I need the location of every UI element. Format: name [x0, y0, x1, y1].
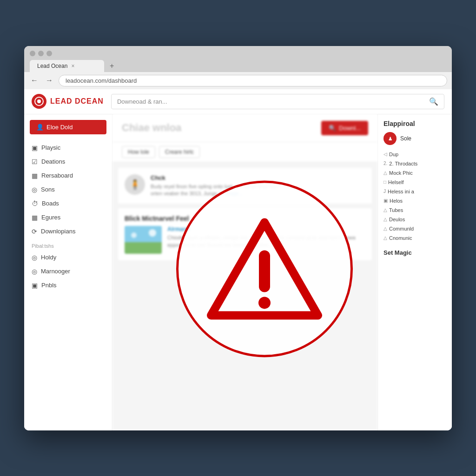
sidebar-label-egures: Egures: [41, 214, 60, 221]
user-icon: 👤: [36, 124, 44, 131]
egures-icon: ▦: [32, 214, 38, 221]
rs-item-mock[interactable]: △ Mock Phic: [383, 168, 446, 178]
svg-point-1: [37, 99, 41, 103]
sidebar-item-marnooger[interactable]: ◎ Marnooger: [24, 264, 112, 278]
right-sidebar-profile: ♟ Sole: [383, 132, 446, 145]
sidebar-item-pnbls[interactable]: ▣ Pnbls: [24, 278, 112, 292]
app-body: 👤 Eloe Dold ▣ Playsic ☑ Deations ▦ Rersa…: [24, 114, 452, 430]
rs-item-helself[interactable]: □ Helself: [383, 178, 446, 187]
logo-text: LEAD DCEAN: [50, 97, 104, 106]
boads-icon: ⏱: [32, 200, 38, 207]
download-button[interactable]: 🔍 Downl...: [321, 121, 368, 135]
sidebar-item-playsic[interactable]: ▣ Playsic: [24, 141, 112, 155]
warning-triangle-svg: [204, 215, 325, 322]
svg-rect-3: [125, 242, 162, 254]
rs-item-communld[interactable]: △ Communld: [383, 224, 446, 233]
browser-tabs: Lead Ocean × +: [30, 60, 446, 72]
browser-tab-active[interactable]: Lead Ocean ×: [30, 60, 104, 72]
pnbls-icon: ▣: [32, 282, 38, 289]
sidebar-item-sons[interactable]: ◎ Sons: [24, 183, 112, 197]
svg-point-4: [149, 229, 156, 237]
sidebar-item-boads[interactable]: ⏱ Boads: [24, 197, 112, 211]
address-bar[interactable]: leadocean.com/dashboard: [59, 75, 447, 86]
browser-content: LEAD DCEAN Downeoad & ran... 🔍 👤 Eloe Do…: [24, 89, 452, 430]
content-tabs: How lole Creare hirlc: [112, 142, 377, 162]
rs-profile-name: Sole: [400, 135, 411, 142]
rs-item-helos[interactable]: ▣ Helos: [383, 196, 446, 205]
article-1-avatar: 🧍: [125, 174, 145, 195]
svg-text:♟: ♟: [388, 136, 392, 141]
rs-icon-helos: ▣: [383, 198, 388, 203]
tab-creare-hirlc[interactable]: Creare hirlc: [159, 146, 200, 158]
svg-point-10: [258, 297, 271, 309]
browser-toolbar: ← → leadocean.com/dashboard: [24, 72, 452, 89]
logo: LEAD DCEAN: [32, 94, 104, 109]
dot-green: [46, 51, 52, 56]
article-2-image: [125, 226, 162, 254]
logo-icon: [32, 94, 46, 109]
rs-avatar: ♟: [383, 132, 397, 145]
rs-icon-deulos: △: [383, 217, 387, 222]
sidebar: 👤 Eloe Dold ▣ Playsic ☑ Deations ▦ Rersa…: [24, 114, 112, 430]
right-sidebar-title: Elappiroal: [383, 120, 446, 127]
user-profile-btn[interactable]: 👤 Eloe Dold: [30, 120, 106, 134]
rs-icon-throdacts: 2.: [383, 161, 387, 166]
sidebar-label-rersaboard: Rersaboard: [41, 172, 73, 179]
sidebar-label-boads: Boads: [42, 200, 59, 207]
rs-item-deulos[interactable]: △ Deulos: [383, 215, 446, 224]
forward-btn[interactable]: →: [44, 75, 55, 86]
download-btn-label: Downl...: [339, 125, 361, 132]
search-icon[interactable]: 🔍: [429, 97, 438, 106]
dot-yellow: [38, 51, 44, 56]
warning-overlay: [176, 180, 353, 357]
content-title: Chiae wnloa: [122, 122, 181, 134]
user-name: Eloe Dold: [46, 124, 73, 131]
sidebar-section-label: Pibal:tshs: [24, 238, 112, 251]
sidebar-item-holdy[interactable]: ◎ Holdy: [24, 251, 112, 264]
svg-point-5: [131, 232, 137, 238]
address-text: leadocean.com/dashboard: [66, 77, 137, 84]
rs-item-cnomunic[interactable]: △ Cnomunic: [383, 233, 446, 243]
sidebar-item-rersaboard[interactable]: ▦ Rersaboard: [24, 169, 112, 183]
search-placeholder: Downeoad & ran...: [117, 98, 167, 105]
rs-item-throdacts[interactable]: 2. 2. Throdacts: [383, 159, 446, 168]
content-header: Chiae wnloa 🔍 Downl...: [112, 114, 377, 142]
browser-window: Lead Ocean × + ← → leadocean.com/dashboa…: [24, 46, 452, 430]
rs-icon-helself: □: [383, 179, 386, 185]
new-tab-btn[interactable]: +: [106, 60, 118, 72]
sidebar-label-pnbls: Pnbls: [41, 282, 57, 289]
marnooger-icon: ◎: [32, 268, 37, 275]
rs-icon-mock: △: [383, 170, 387, 175]
svg-rect-9: [259, 250, 270, 292]
tab-close-btn[interactable]: ×: [71, 63, 74, 69]
back-btn[interactable]: ←: [29, 75, 40, 86]
rs-item-heless[interactable]: J Heless ini a: [383, 187, 446, 196]
browser-chrome: Lead Ocean × +: [24, 46, 452, 72]
rs-item-tubes[interactable]: △ Tubes: [383, 205, 446, 215]
rs-icon-heless: J: [383, 189, 386, 194]
sidebar-item-egures[interactable]: ▦ Egures: [24, 211, 112, 225]
tab-how-lole[interactable]: How lole: [122, 146, 155, 158]
sidebar-item-downlopians[interactable]: ⟳ Downlopians: [24, 225, 112, 238]
dot-red: [30, 51, 35, 56]
sidebar-item-deations[interactable]: ☑ Deations: [24, 155, 112, 169]
browser-dots: [30, 51, 446, 56]
playsic-icon: ▣: [32, 144, 38, 152]
sidebar-label-holdy: Holdy: [41, 254, 56, 261]
rs-icon-tubes: △: [383, 207, 387, 212]
holdy-icon: ◎: [32, 254, 37, 261]
warning-circle: [176, 180, 353, 357]
rs-section-2-title: Set Magic: [383, 249, 446, 256]
downlopians-icon: ⟳: [32, 228, 37, 235]
tab-title: Lead Ocean: [37, 63, 67, 69]
sons-icon: ◎: [32, 186, 37, 193]
rs-item-dup[interactable]: ◁ Dup: [383, 150, 446, 159]
download-icon: 🔍: [329, 125, 336, 132]
sidebar-label-playsic: Playsic: [41, 144, 60, 151]
sidebar-label-sons: Sons: [41, 186, 55, 193]
right-sidebar: Elappiroal ♟ Sole ◁ Dup 2.: [377, 114, 452, 430]
search-bar[interactable]: Downeoad & ran... 🔍: [111, 94, 444, 109]
sidebar-label-downlopians: Downlopians: [41, 228, 75, 235]
rs-icon-communld: △: [383, 226, 387, 231]
sidebar-label-marnooger: Marnooger: [41, 268, 70, 275]
